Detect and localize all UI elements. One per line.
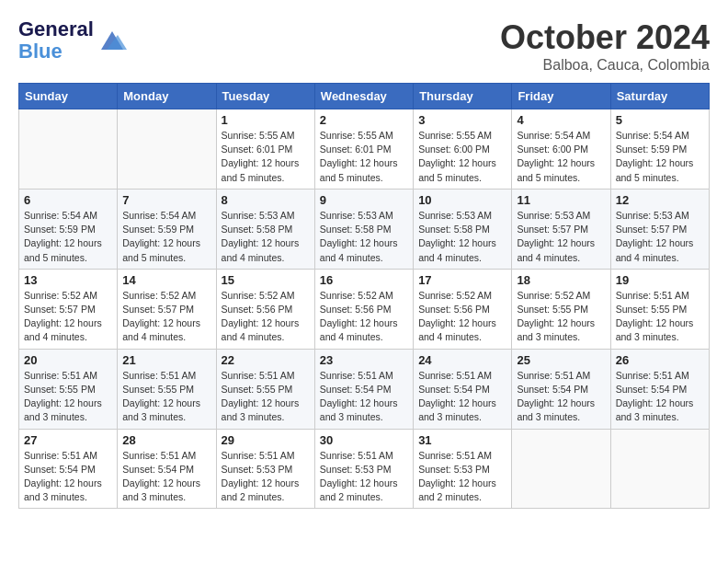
day-number: 10 [418, 193, 506, 207]
calendar-cell: 23Sunrise: 5:51 AM Sunset: 5:54 PM Dayli… [314, 349, 413, 429]
day-number: 18 [517, 273, 605, 287]
weekday-header: Thursday [414, 84, 512, 109]
day-info: Sunrise: 5:52 AM Sunset: 5:57 PM Dayligh… [24, 289, 112, 345]
day-info: Sunrise: 5:55 AM Sunset: 6:01 PM Dayligh… [320, 129, 408, 185]
calendar-table: SundayMondayTuesdayWednesdayThursdayFrid… [18, 83, 710, 509]
day-info: Sunrise: 5:54 AM Sunset: 5:59 PM Dayligh… [24, 209, 112, 265]
calendar-cell: 15Sunrise: 5:52 AM Sunset: 5:56 PM Dayli… [216, 269, 314, 349]
calendar-cell: 24Sunrise: 5:51 AM Sunset: 5:54 PM Dayli… [414, 349, 512, 429]
calendar-cell: 12Sunrise: 5:53 AM Sunset: 5:57 PM Dayli… [610, 189, 709, 269]
calendar-cell: 25Sunrise: 5:51 AM Sunset: 5:54 PM Dayli… [512, 349, 610, 429]
day-number: 24 [418, 353, 506, 367]
day-info: Sunrise: 5:53 AM Sunset: 5:58 PM Dayligh… [222, 209, 310, 265]
day-number: 3 [418, 113, 506, 127]
weekday-header: Friday [512, 84, 610, 109]
location: Balboa, Cauca, Colombia [500, 57, 710, 74]
day-info: Sunrise: 5:53 AM Sunset: 5:57 PM Dayligh… [616, 209, 704, 265]
day-info: Sunrise: 5:51 AM Sunset: 5:55 PM Dayligh… [24, 369, 112, 425]
day-number: 27 [24, 433, 112, 447]
weekday-header: Saturday [610, 84, 709, 109]
logo-text: GeneralBlue [18, 18, 94, 63]
day-number: 15 [222, 273, 310, 287]
day-info: Sunrise: 5:54 AM Sunset: 6:00 PM Dayligh… [517, 129, 605, 185]
calendar-cell [118, 109, 216, 190]
weekday-header: Sunday [19, 84, 118, 109]
calendar-cell: 30Sunrise: 5:51 AM Sunset: 5:53 PM Dayli… [314, 429, 413, 509]
title-block: October 2024 Balboa, Cauca, Colombia [500, 18, 710, 74]
day-info: Sunrise: 5:53 AM Sunset: 5:57 PM Dayligh… [517, 209, 605, 265]
calendar-cell [610, 429, 709, 509]
weekday-header-row: SundayMondayTuesdayWednesdayThursdayFrid… [19, 84, 710, 109]
month-title: October 2024 [500, 18, 710, 57]
day-info: Sunrise: 5:51 AM Sunset: 5:53 PM Dayligh… [320, 449, 408, 505]
calendar-cell: 16Sunrise: 5:52 AM Sunset: 5:56 PM Dayli… [314, 269, 413, 349]
day-info: Sunrise: 5:51 AM Sunset: 5:53 PM Dayligh… [222, 449, 310, 505]
day-number: 14 [122, 273, 210, 287]
weekday-header: Wednesday [314, 84, 413, 109]
calendar-cell: 6Sunrise: 5:54 AM Sunset: 5:59 PM Daylig… [19, 189, 118, 269]
day-number: 23 [320, 353, 408, 367]
calendar-cell: 7Sunrise: 5:54 AM Sunset: 5:59 PM Daylig… [118, 189, 216, 269]
calendar-week-row: 6Sunrise: 5:54 AM Sunset: 5:59 PM Daylig… [19, 189, 710, 269]
day-number: 17 [418, 273, 506, 287]
day-number: 29 [222, 433, 310, 447]
calendar-cell: 14Sunrise: 5:52 AM Sunset: 5:57 PM Dayli… [118, 269, 216, 349]
day-info: Sunrise: 5:51 AM Sunset: 5:55 PM Dayligh… [222, 369, 310, 425]
calendar-cell: 5Sunrise: 5:54 AM Sunset: 5:59 PM Daylig… [610, 109, 709, 190]
day-info: Sunrise: 5:52 AM Sunset: 5:56 PM Dayligh… [418, 289, 506, 345]
calendar-cell: 1Sunrise: 5:55 AM Sunset: 6:01 PM Daylig… [216, 109, 314, 190]
day-number: 9 [320, 193, 408, 207]
day-info: Sunrise: 5:51 AM Sunset: 5:54 PM Dayligh… [122, 449, 210, 505]
day-number: 12 [616, 193, 704, 207]
calendar-cell: 27Sunrise: 5:51 AM Sunset: 5:54 PM Dayli… [19, 429, 118, 509]
day-number: 11 [517, 193, 605, 207]
calendar-cell: 3Sunrise: 5:55 AM Sunset: 6:00 PM Daylig… [414, 109, 512, 190]
day-info: Sunrise: 5:51 AM Sunset: 5:54 PM Dayligh… [616, 369, 704, 425]
calendar-week-row: 27Sunrise: 5:51 AM Sunset: 5:54 PM Dayli… [19, 429, 710, 509]
calendar-week-row: 1Sunrise: 5:55 AM Sunset: 6:01 PM Daylig… [19, 109, 710, 190]
day-number: 19 [616, 273, 704, 287]
day-number: 8 [222, 193, 310, 207]
day-number: 28 [122, 433, 210, 447]
calendar-cell: 20Sunrise: 5:51 AM Sunset: 5:55 PM Dayli… [19, 349, 118, 429]
day-number: 13 [24, 273, 112, 287]
day-number: 4 [517, 113, 605, 127]
calendar-cell: 19Sunrise: 5:51 AM Sunset: 5:55 PM Dayli… [610, 269, 709, 349]
calendar-cell [19, 109, 118, 190]
day-info: Sunrise: 5:53 AM Sunset: 5:58 PM Dayligh… [320, 209, 408, 265]
page-header: GeneralBlue October 2024 Balboa, Cauca, … [18, 18, 710, 74]
calendar-cell: 18Sunrise: 5:52 AM Sunset: 5:55 PM Dayli… [512, 269, 610, 349]
day-number: 16 [320, 273, 408, 287]
day-number: 22 [222, 353, 310, 367]
day-info: Sunrise: 5:51 AM Sunset: 5:55 PM Dayligh… [616, 289, 704, 345]
day-number: 21 [122, 353, 210, 367]
calendar-week-row: 20Sunrise: 5:51 AM Sunset: 5:55 PM Dayli… [19, 349, 710, 429]
day-info: Sunrise: 5:51 AM Sunset: 5:53 PM Dayligh… [418, 449, 506, 505]
day-number: 7 [122, 193, 210, 207]
day-info: Sunrise: 5:52 AM Sunset: 5:55 PM Dayligh… [517, 289, 605, 345]
calendar-cell: 10Sunrise: 5:53 AM Sunset: 5:58 PM Dayli… [414, 189, 512, 269]
day-number: 5 [616, 113, 704, 127]
day-info: Sunrise: 5:53 AM Sunset: 5:58 PM Dayligh… [418, 209, 506, 265]
calendar-cell: 17Sunrise: 5:52 AM Sunset: 5:56 PM Dayli… [414, 269, 512, 349]
calendar-cell: 31Sunrise: 5:51 AM Sunset: 5:53 PM Dayli… [414, 429, 512, 509]
day-number: 30 [320, 433, 408, 447]
day-number: 1 [222, 113, 310, 127]
calendar-cell: 26Sunrise: 5:51 AM Sunset: 5:54 PM Dayli… [610, 349, 709, 429]
day-number: 26 [616, 353, 704, 367]
day-number: 20 [24, 353, 112, 367]
day-info: Sunrise: 5:54 AM Sunset: 5:59 PM Dayligh… [616, 129, 704, 185]
calendar-cell: 22Sunrise: 5:51 AM Sunset: 5:55 PM Dayli… [216, 349, 314, 429]
day-info: Sunrise: 5:52 AM Sunset: 5:57 PM Dayligh… [122, 289, 210, 345]
calendar-week-row: 13Sunrise: 5:52 AM Sunset: 5:57 PM Dayli… [19, 269, 710, 349]
calendar-cell: 8Sunrise: 5:53 AM Sunset: 5:58 PM Daylig… [216, 189, 314, 269]
day-info: Sunrise: 5:51 AM Sunset: 5:55 PM Dayligh… [122, 369, 210, 425]
calendar-cell: 28Sunrise: 5:51 AM Sunset: 5:54 PM Dayli… [118, 429, 216, 509]
day-info: Sunrise: 5:52 AM Sunset: 5:56 PM Dayligh… [222, 289, 310, 345]
day-number: 2 [320, 113, 408, 127]
day-info: Sunrise: 5:51 AM Sunset: 5:54 PM Dayligh… [24, 449, 112, 505]
logo-icon [97, 28, 127, 53]
calendar-cell: 9Sunrise: 5:53 AM Sunset: 5:58 PM Daylig… [314, 189, 413, 269]
day-info: Sunrise: 5:51 AM Sunset: 5:54 PM Dayligh… [517, 369, 605, 425]
calendar-cell [512, 429, 610, 509]
